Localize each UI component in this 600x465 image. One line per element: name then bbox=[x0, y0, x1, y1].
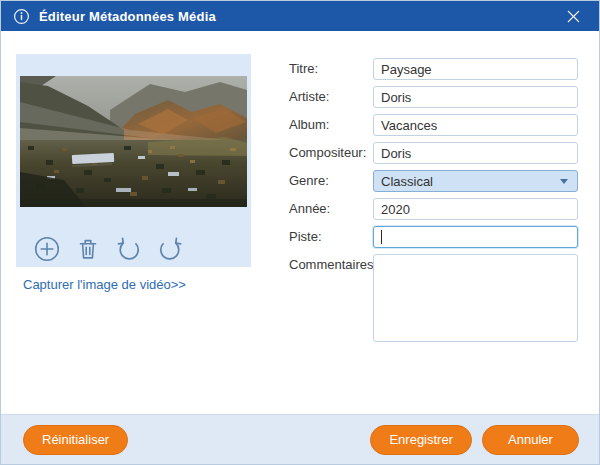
track-input[interactable] bbox=[373, 226, 578, 248]
composer-label: Compositeur: bbox=[289, 142, 373, 164]
comments-label: Commentaires: bbox=[289, 254, 373, 276]
title-label: Titre: bbox=[289, 58, 373, 80]
plus-circle-icon bbox=[33, 235, 61, 263]
composer-input[interactable] bbox=[373, 142, 578, 164]
year-label: Année: bbox=[289, 198, 373, 220]
form-row-artist: Artiste: bbox=[289, 86, 579, 108]
artist-label: Artiste: bbox=[289, 86, 373, 108]
footer-bar: Réinitialiser Enregistrer Annuler bbox=[1, 414, 599, 464]
rotate-right-button[interactable] bbox=[156, 235, 184, 263]
delete-image-button[interactable] bbox=[74, 235, 102, 263]
track-input-wrap bbox=[373, 226, 578, 248]
track-label: Piste: bbox=[289, 226, 373, 248]
rotate-right-icon bbox=[156, 235, 184, 263]
form-row-composer: Compositeur: bbox=[289, 142, 579, 164]
artist-input[interactable] bbox=[373, 86, 578, 108]
comments-textarea[interactable] bbox=[373, 254, 578, 342]
title-bar: Éditeur Métadonnées Média bbox=[1, 1, 599, 31]
chevron-down-icon bbox=[560, 179, 568, 184]
video-frame-thumbnail bbox=[20, 76, 247, 207]
album-input[interactable] bbox=[373, 114, 578, 136]
form-row-album: Album: bbox=[289, 114, 579, 136]
form-row-year: Année: bbox=[289, 198, 579, 220]
metadata-form: Titre: Artiste: Album: Compositeur: Genr… bbox=[289, 58, 579, 348]
form-row-title: Titre: bbox=[289, 58, 579, 80]
rotate-left-icon bbox=[115, 235, 143, 263]
genre-label: Genre: bbox=[289, 170, 373, 192]
reset-button[interactable]: Réinitialiser bbox=[23, 425, 128, 455]
add-image-button[interactable] bbox=[33, 235, 61, 263]
form-row-comments: Commentaires: bbox=[289, 254, 579, 342]
footer-action-group: Enregistrer Annuler bbox=[370, 425, 579, 455]
form-row-track: Piste: bbox=[289, 226, 579, 248]
video-preview-panel bbox=[16, 54, 251, 267]
title-input[interactable] bbox=[373, 58, 578, 80]
capture-video-image-link[interactable]: Capturer l'image de vidéo>> bbox=[23, 277, 186, 292]
window-title: Éditeur Métadonnées Média bbox=[39, 9, 216, 24]
info-icon bbox=[13, 8, 30, 25]
close-button[interactable] bbox=[553, 1, 593, 31]
form-row-genre: Genre: Classical bbox=[289, 170, 579, 192]
text-caret bbox=[381, 230, 382, 244]
save-button[interactable]: Enregistrer bbox=[370, 425, 472, 455]
metadata-editor-dialog: Éditeur Métadonnées Média bbox=[0, 0, 600, 465]
album-label: Album: bbox=[289, 114, 373, 136]
trash-icon bbox=[74, 235, 102, 263]
genre-selected-value: Classical bbox=[381, 174, 433, 189]
year-input[interactable] bbox=[373, 198, 578, 220]
cancel-button[interactable]: Annuler bbox=[482, 425, 579, 455]
preview-toolbar bbox=[33, 234, 184, 264]
rotate-left-button[interactable] bbox=[115, 235, 143, 263]
genre-select[interactable]: Classical bbox=[373, 170, 578, 192]
close-icon bbox=[566, 9, 581, 24]
